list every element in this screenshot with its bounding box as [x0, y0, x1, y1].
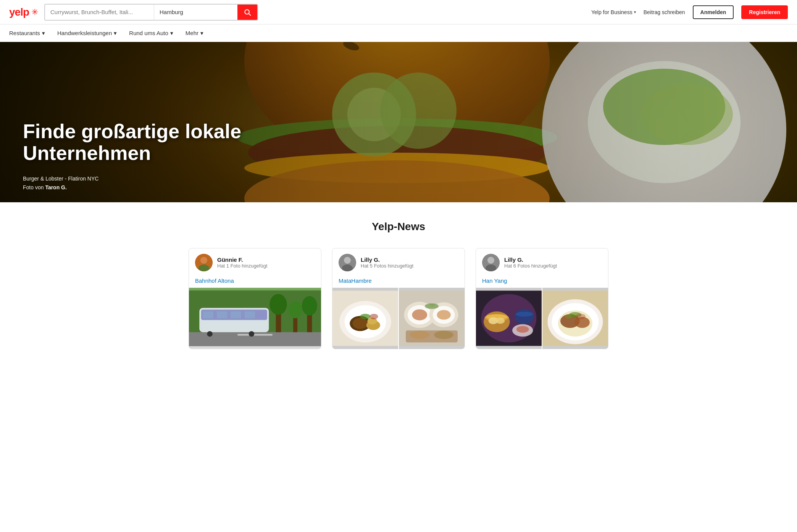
user-name: Lilly G. — [504, 256, 557, 263]
user-info: Günnie F. Hat 1 Foto hinzugefügt — [217, 256, 268, 269]
news-image — [542, 288, 608, 349]
svg-point-56 — [412, 309, 427, 320]
svg-rect-29 — [203, 311, 213, 318]
header-nav: Yelp for Business ▾ Beitrag schreiben An… — [591, 5, 788, 19]
news-card: Lilly G. Hat 5 Fotos hinzugefügt MataHam… — [332, 248, 465, 349]
business-link[interactable]: MataHambre — [332, 277, 465, 288]
svg-rect-26 — [237, 334, 272, 336]
svg-point-38 — [288, 301, 302, 318]
logo-text: yelp — [9, 6, 29, 18]
svg-point-62 — [434, 331, 453, 339]
logo-burst-icon: ✳ — [31, 7, 38, 17]
beitrag-schreiben-link[interactable]: Beitrag schreiben — [644, 9, 685, 15]
svg-point-73 — [496, 318, 505, 324]
business-link[interactable]: Bahnhof Altona — [189, 277, 321, 288]
avatar — [195, 254, 213, 271]
svg-point-42 — [344, 257, 351, 264]
main-content: Yelp-News Günnie F. Hat 1 Foto hinzugefü… — [0, 202, 797, 368]
user-info: Lilly G. Hat 5 Fotos hinzugefügt — [361, 256, 413, 269]
logo[interactable]: yelp ✳ — [9, 6, 38, 18]
nav-item-mehr[interactable]: Mehr ▾ — [186, 30, 203, 37]
food-image-1 — [332, 288, 398, 349]
avatar-image — [339, 254, 356, 271]
search-what-input[interactable] — [45, 5, 154, 20]
svg-point-48 — [353, 318, 368, 329]
news-card: Lilly G. Hat 6 Fotos hinzugefügt Han Yan… — [476, 248, 608, 349]
avatar — [339, 254, 356, 271]
business-link[interactable]: Han Yang — [476, 277, 608, 288]
news-image — [399, 288, 465, 349]
yelp-for-business-label: Yelp for Business — [591, 9, 632, 15]
nav-item-handwerksleistungen[interactable]: Handwerksleistungen ▾ — [57, 30, 117, 37]
section-title: Yelp-News — [9, 221, 788, 233]
asian-food-image-2 — [542, 288, 608, 349]
svg-point-74 — [515, 309, 534, 324]
chevron-down-icon: ▾ — [200, 30, 203, 37]
svg-point-52 — [370, 314, 378, 319]
svg-point-63 — [425, 303, 439, 309]
news-card: Günnie F. Hat 1 Foto hinzugefügt Bahnhof… — [189, 248, 321, 349]
anmelden-button[interactable]: Anmelden — [693, 5, 734, 19]
svg-point-22 — [200, 257, 207, 264]
chevron-down-icon: ▾ — [170, 30, 173, 37]
user-action: Hat 5 Fotos hinzugefügt — [361, 263, 413, 269]
user-name: Lilly G. — [361, 256, 413, 263]
card-header: Lilly G. Hat 5 Fotos hinzugefügt — [332, 248, 465, 277]
user-action: Hat 1 Foto hinzugefügt — [217, 263, 268, 269]
train-image — [189, 288, 321, 349]
user-info: Lilly G. Hat 6 Fotos hinzugefügt — [504, 256, 557, 269]
nav-item-rund-ums-auto[interactable]: Rund ums Auto ▾ — [129, 30, 173, 37]
chevron-down-icon: ▾ — [114, 30, 117, 37]
news-image — [476, 288, 542, 349]
chevron-down-icon: ▾ — [634, 10, 636, 14]
svg-point-40 — [302, 296, 317, 316]
svg-rect-32 — [245, 311, 255, 318]
chevron-down-icon: ▾ — [42, 30, 45, 37]
news-images — [476, 288, 608, 349]
svg-point-75 — [516, 312, 533, 317]
search-where-input[interactable] — [154, 5, 237, 20]
svg-point-59 — [437, 310, 451, 319]
user-name: Günnie F. — [217, 256, 268, 263]
news-image — [332, 288, 398, 349]
hero-caption-photo-credit: Foto von Taron G. — [23, 183, 98, 192]
news-image — [189, 288, 321, 349]
nav-item-restaurants[interactable]: Restaurants ▾ — [9, 30, 45, 37]
card-header: Lilly G. Hat 6 Fotos hinzugefügt — [476, 248, 608, 277]
hero-caption-business: Burger & Lobster - Flatiron NYC — [23, 174, 98, 183]
search-bar — [44, 4, 258, 21]
svg-rect-30 — [217, 311, 227, 318]
avatar-image — [195, 254, 213, 271]
svg-rect-31 — [231, 311, 241, 318]
user-action: Hat 6 Fotos hinzugefügt — [504, 263, 557, 269]
sub-nav: Restaurants ▾ Handwerksleistungen ▾ Rund… — [0, 24, 797, 42]
site-header: yelp ✳ Yelp for Business ▾ Beitrag schre… — [0, 0, 797, 24]
svg-point-77 — [516, 326, 529, 333]
news-images — [189, 288, 321, 349]
yelp-for-business-link[interactable]: Yelp for Business ▾ — [591, 9, 636, 15]
card-header: Günnie F. Hat 1 Foto hinzugefügt — [189, 248, 321, 277]
svg-point-85 — [565, 314, 572, 319]
svg-point-34 — [249, 331, 255, 337]
search-button[interactable] — [237, 5, 257, 20]
avatar-image — [482, 254, 500, 271]
svg-point-51 — [360, 314, 370, 319]
svg-point-86 — [575, 314, 586, 319]
news-images — [332, 288, 465, 349]
avatar — [482, 254, 500, 271]
hero-caption: Burger & Lobster - Flatiron NYC Foto von… — [23, 174, 98, 192]
svg-point-61 — [410, 331, 429, 339]
hero-title: Finde großartige lokale Unternehmen — [23, 121, 290, 164]
hero-section: Finde großartige lokale Unternehmen Burg… — [0, 42, 797, 202]
svg-point-36 — [269, 294, 287, 315]
registrieren-button[interactable]: Registrieren — [741, 5, 788, 19]
svg-point-65 — [487, 257, 494, 264]
svg-line-1 — [249, 13, 251, 15]
food-image-2 — [399, 288, 465, 349]
news-grid: Günnie F. Hat 1 Foto hinzugefügt Bahnhof… — [189, 248, 608, 349]
asian-food-image-1 — [476, 288, 542, 349]
svg-point-33 — [207, 331, 213, 337]
search-icon — [244, 8, 251, 16]
